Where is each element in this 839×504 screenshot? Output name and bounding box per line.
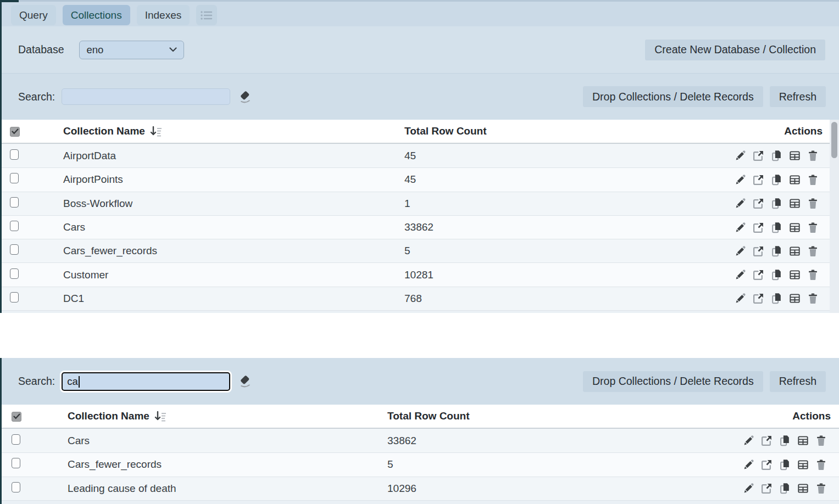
row-checkbox[interactable] xyxy=(12,482,20,492)
search-input[interactable] xyxy=(62,372,230,391)
column-total-row-count[interactable]: Total Row Count xyxy=(404,125,784,137)
row-checkbox[interactable] xyxy=(10,173,19,183)
copy-icon[interactable] xyxy=(771,198,782,209)
edit-icon[interactable] xyxy=(735,269,746,281)
delete-icon[interactable] xyxy=(815,483,827,494)
delete-icon[interactable] xyxy=(807,293,819,304)
copy-icon[interactable] xyxy=(771,174,782,186)
edit-icon[interactable] xyxy=(735,222,746,233)
open-in-new-icon[interactable] xyxy=(753,245,764,257)
delete-icon[interactable] xyxy=(807,174,819,186)
row-checkbox[interactable] xyxy=(10,221,19,231)
table-row: Leading cause of death 10296 xyxy=(2,477,839,500)
open-in-new-icon[interactable] xyxy=(753,174,764,186)
row-checkbox[interactable] xyxy=(12,458,20,468)
header-checkbox-cell xyxy=(10,125,63,137)
row-count: 5 xyxy=(404,245,735,257)
select-all-checkbox[interactable] xyxy=(12,412,21,422)
edit-icon[interactable] xyxy=(743,435,754,446)
copy-icon[interactable] xyxy=(771,245,782,257)
delete-icon[interactable] xyxy=(807,245,819,257)
open-in-new-icon[interactable] xyxy=(761,459,773,471)
table-view-icon[interactable] xyxy=(789,198,801,209)
column-actions: Actions xyxy=(784,125,823,137)
table-view-icon[interactable] xyxy=(789,150,801,161)
tab-bar: Query Collections Indexes xyxy=(2,0,839,26)
drop-collections-button[interactable]: Drop Collections / Delete Records xyxy=(583,86,763,107)
database-select[interactable]: eno xyxy=(79,41,184,59)
collection-name: Cars_fewer_records xyxy=(68,458,387,471)
create-database-button[interactable]: Create New Database / Collection xyxy=(645,40,825,60)
clear-search-button[interactable] xyxy=(238,374,253,389)
row-checkbox[interactable] xyxy=(10,244,19,255)
text-cursor xyxy=(79,376,80,388)
open-in-new-icon[interactable] xyxy=(761,435,773,446)
table-view-icon[interactable] xyxy=(797,435,809,446)
collection-name: Cars xyxy=(63,221,404,233)
table-header: Collection Name Total Row Count Actions xyxy=(2,120,830,144)
tab-indexes[interactable]: Indexes xyxy=(137,5,190,25)
table-view-icon[interactable] xyxy=(789,174,801,186)
tab-collections[interactable]: Collections xyxy=(63,5,130,25)
delete-icon[interactable] xyxy=(807,269,819,281)
open-in-new-icon[interactable] xyxy=(753,293,764,304)
tab-list-view[interactable] xyxy=(196,5,217,25)
collection-name: Cars_fewer_records xyxy=(63,245,404,257)
copy-icon[interactable] xyxy=(771,269,782,281)
select-all-checkbox[interactable] xyxy=(10,127,20,137)
open-in-new-icon[interactable] xyxy=(753,222,764,233)
delete-icon[interactable] xyxy=(815,435,827,446)
table-view-icon[interactable] xyxy=(789,269,801,281)
table-row: Boss-Workflow 1 xyxy=(2,192,830,215)
column-actions: Actions xyxy=(792,410,831,422)
row-checkbox[interactable] xyxy=(10,197,19,208)
edit-icon[interactable] xyxy=(735,150,746,161)
open-in-new-icon[interactable] xyxy=(753,198,764,209)
search-input[interactable] xyxy=(62,88,230,105)
table-row: AirportData 45 xyxy=(2,144,830,167)
sort-descending-icon xyxy=(149,126,163,137)
row-checkbox[interactable] xyxy=(10,292,19,303)
delete-icon[interactable] xyxy=(807,222,819,233)
open-in-new-icon[interactable] xyxy=(753,269,764,281)
edit-icon[interactable] xyxy=(735,198,746,209)
scrollbar-thumb[interactable] xyxy=(831,122,837,158)
table-view-icon[interactable] xyxy=(789,222,801,233)
clear-search-button[interactable] xyxy=(238,89,253,104)
edit-icon[interactable] xyxy=(735,293,746,304)
delete-icon[interactable] xyxy=(807,150,819,161)
edit-icon[interactable] xyxy=(735,174,746,186)
drop-collections-button[interactable]: Drop Collections / Delete Records xyxy=(583,371,763,392)
table-view-icon[interactable] xyxy=(797,483,809,494)
copy-icon[interactable] xyxy=(779,459,791,471)
row-checkbox[interactable] xyxy=(12,434,20,445)
copy-icon[interactable] xyxy=(779,435,791,446)
copy-icon[interactable] xyxy=(771,150,782,161)
open-in-new-icon[interactable] xyxy=(753,150,764,161)
edit-icon[interactable] xyxy=(735,245,746,257)
refresh-button[interactable]: Refresh xyxy=(770,86,826,107)
edit-icon[interactable] xyxy=(743,483,754,494)
delete-icon[interactable] xyxy=(815,459,827,471)
copy-icon[interactable] xyxy=(771,222,782,233)
row-actions xyxy=(735,269,819,281)
row-checkbox[interactable] xyxy=(10,268,19,279)
refresh-button[interactable]: Refresh xyxy=(770,371,826,392)
open-in-new-icon[interactable] xyxy=(761,483,773,494)
tab-query[interactable]: Query xyxy=(11,5,56,25)
search-label: Search: xyxy=(18,91,55,103)
row-actions xyxy=(743,483,827,494)
delete-icon[interactable] xyxy=(807,198,819,209)
table-view-icon[interactable] xyxy=(789,245,801,257)
copy-icon[interactable] xyxy=(779,483,791,494)
column-collection-name[interactable]: Collection Name xyxy=(68,410,387,422)
table-view-icon[interactable] xyxy=(789,293,801,304)
edit-icon[interactable] xyxy=(743,459,754,471)
row-actions xyxy=(743,435,827,446)
column-collection-name[interactable]: Collection Name xyxy=(63,125,404,137)
row-checkbox[interactable] xyxy=(10,149,19,160)
column-total-row-count[interactable]: Total Row Count xyxy=(387,410,792,422)
copy-icon[interactable] xyxy=(771,293,782,304)
table-scrollbar[interactable] xyxy=(830,120,839,313)
table-view-icon[interactable] xyxy=(797,459,809,471)
